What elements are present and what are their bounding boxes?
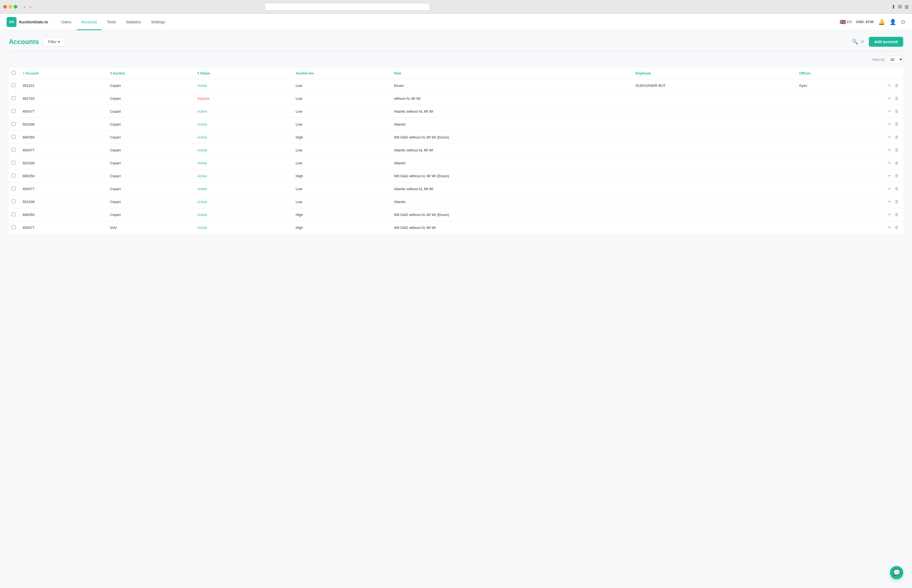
delete-button[interactable]: 🗑 [894,134,900,140]
row-auction: Copart [107,170,195,183]
address-bar[interactable] [265,3,430,11]
edit-button[interactable]: ✏ [887,95,893,102]
sidebar-icon[interactable]: ⊞ [905,4,909,10]
row-account-id: 493477 [20,144,107,157]
status-badge: Active [197,84,207,88]
edit-button[interactable]: ✏ [887,134,893,140]
row-checkbox[interactable] [11,83,15,87]
language-selector[interactable]: 🇬🇧 EN [840,19,852,25]
logo-text: AG [9,20,14,24]
clear-search-button[interactable]: ✕ [860,39,864,45]
row-note: Atlantic without AL MI WI [391,105,633,118]
page-title: Accounts [9,38,39,45]
traffic-lights [3,5,17,8]
edit-button[interactable]: ✏ [887,199,893,205]
delete-button[interactable]: 🗑 [894,225,900,230]
row-offices [797,221,884,234]
status-badge: Active [197,174,207,178]
row-checkbox[interactable] [11,187,15,191]
notifications-icon[interactable]: 🔔 [878,19,885,25]
nav-link-statistics[interactable]: Statistics [121,14,146,30]
edit-button[interactable]: ✏ [887,225,893,231]
view-by-select[interactable]: 10 25 50 100 [887,56,903,63]
row-auction: Copart [107,144,195,157]
row-auction: Copart [107,131,195,144]
row-auction: Copart [107,195,195,208]
edit-button[interactable]: ✏ [887,160,893,166]
edit-button[interactable]: ✏ [887,82,893,89]
search-button[interactable]: 🔍 [852,39,858,45]
row-checkbox[interactable] [11,148,15,152]
row-status: Inactive [194,92,293,105]
brand-name: AuctionGate.io [19,19,48,24]
row-checkbox-cell [9,157,20,170]
col-header-auction[interactable]: ⇅ Auction [107,68,195,79]
col-label-auction: Auction [113,71,125,75]
col-header-offices: Offices [797,68,884,79]
forward-button[interactable]: › [28,4,33,10]
delete-button[interactable]: 🗑 [894,121,900,127]
close-button[interactable] [3,5,7,8]
table-row: 493477 Copart Active Low Atlantic withou… [9,144,903,157]
delete-button[interactable]: 🗑 [894,173,900,179]
row-checkbox[interactable] [11,135,15,139]
table-row: 493477 Copart Active Low Atlantic withou… [9,105,903,118]
row-offices [797,208,884,221]
row-checkbox-cell [9,105,20,118]
delete-button[interactable]: 🗑 [894,186,900,192]
delete-button[interactable]: 🗑 [894,108,900,114]
edit-button[interactable]: ✏ [887,121,893,127]
col-header-account[interactable]: ▼ Account [20,68,107,79]
nav-links: Users Accounts Tools Statistics Settings [57,14,169,30]
col-header-note: Note [391,68,633,79]
nav-link-tools[interactable]: Tools [103,14,120,30]
delete-button[interactable]: 🗑 [894,82,900,88]
chat-fab[interactable]: 💬 [890,566,903,579]
row-checkbox[interactable] [11,122,15,126]
col-header-actions [884,68,903,79]
add-account-button[interactable]: Add account [869,37,903,47]
row-note: Atlantic [391,157,633,170]
edit-button[interactable]: ✏ [887,173,893,179]
row-checkbox[interactable] [11,225,15,229]
row-checkbox[interactable] [11,161,15,165]
row-checkbox[interactable] [11,109,15,113]
row-actions: ✏ 🗑 [884,131,903,144]
nav-link-settings[interactable]: Settings [147,14,170,30]
row-checkbox[interactable] [11,174,15,178]
edit-button[interactable]: ✏ [887,108,893,114]
row-checkbox[interactable] [11,199,15,204]
delete-button[interactable]: 🗑 [894,199,900,204]
nav-link-users[interactable]: Users [57,14,76,30]
row-account-id: 493477 [20,105,107,118]
back-button[interactable]: ‹ [22,4,27,10]
delete-button[interactable]: 🗑 [894,160,900,166]
share-icon[interactable]: ⬆ [891,4,896,10]
status-badge: Active [197,122,207,126]
delete-button[interactable]: 🗑 [894,95,900,101]
row-offices [797,92,884,105]
edit-button[interactable]: ✏ [887,212,893,218]
row-offices [797,195,884,208]
maximize-button[interactable] [14,5,17,8]
duplicate-icon[interactable]: ⧉ [898,4,902,10]
logo-area: AG AuctionGate.io [6,17,48,27]
row-checkbox[interactable] [11,212,15,216]
row-account-id: 666350 [20,170,107,183]
minimize-button[interactable] [8,5,12,8]
filter-button[interactable]: Filter ▾ [43,37,65,47]
row-employee [633,118,797,131]
nav-link-accounts[interactable]: Accounts [77,14,102,30]
status-badge: Active [197,161,207,165]
edit-button[interactable]: ✏ [887,186,893,192]
delete-button[interactable]: 🗑 [894,212,900,217]
col-header-status[interactable]: ⇅ Status [194,68,293,79]
row-checkbox[interactable] [11,96,15,100]
help-icon[interactable]: ⊙ [901,19,906,25]
user-icon[interactable]: 👤 [889,19,896,25]
table-row: 666350 Copart Active High W8 G&G without… [9,208,903,221]
edit-button[interactable]: ✏ [887,147,893,153]
select-all-checkbox[interactable] [11,71,15,75]
col-label-note: Note [394,71,401,75]
delete-button[interactable]: 🗑 [894,147,900,153]
